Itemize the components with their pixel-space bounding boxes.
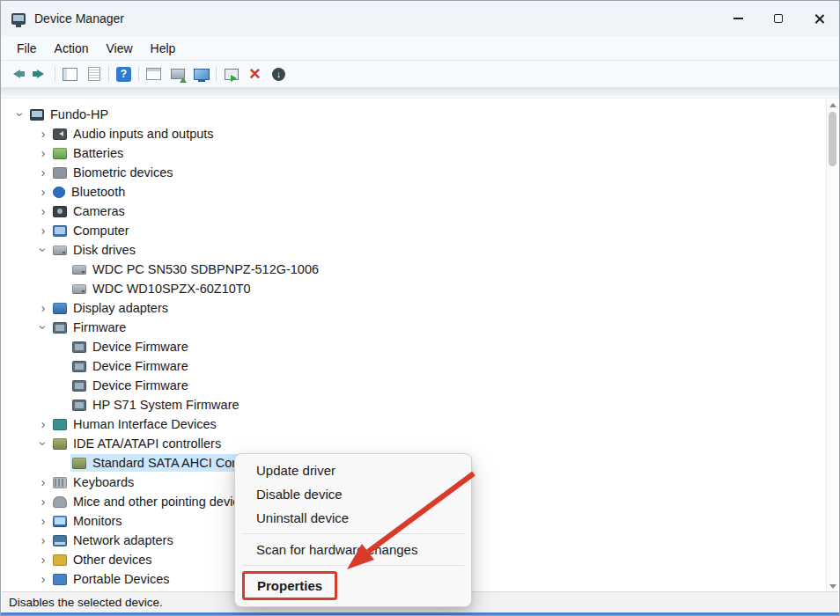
- back-button[interactable]: [4, 63, 28, 84]
- chevron-down-icon[interactable]: ›: [36, 436, 50, 451]
- chevron-right-icon[interactable]: ›: [35, 514, 51, 528]
- menu-item-disable-device[interactable]: Disable device: [235, 482, 471, 506]
- update-driver-button[interactable]: [166, 63, 189, 84]
- chevron-right-icon[interactable]: ›: [35, 204, 51, 218]
- speaker-icon: [53, 128, 67, 140]
- status-text: Disables the selected device.: [9, 596, 163, 609]
- menu-item-label: Scan for hardware changes: [256, 542, 417, 557]
- tree-item-computer[interactable]: ›Computer: [2, 221, 826, 240]
- tree-item-device-firmware[interactable]: Device Firmware: [2, 376, 826, 395]
- tree-item-label: IDE ATA/ATAPI controllers: [73, 436, 221, 451]
- vertical-scrollbar[interactable]: [826, 99, 838, 591]
- tree-item-wdc-wd10spzx-60z10t0[interactable]: WDC WD10SPZX-60Z10T0: [2, 279, 826, 298]
- tree-item-label: Disk drives: [73, 243, 136, 257]
- row-content: Network adapters: [51, 532, 177, 549]
- close-button[interactable]: [799, 1, 839, 36]
- menu-item-label: Uninstall device: [256, 510, 349, 525]
- chevron-down-icon[interactable]: ›: [36, 242, 50, 258]
- tree-item-label: Fundo-HP: [50, 107, 108, 121]
- row-content: Human Interface Devices: [51, 415, 220, 433]
- chevron-right-icon[interactable]: ›: [35, 572, 51, 586]
- help-button[interactable]: [112, 63, 136, 84]
- scroll-up-icon[interactable]: [827, 99, 838, 110]
- tree-item-label: Keyboards: [73, 475, 134, 489]
- disk-drive-icon: [72, 284, 86, 294]
- chevron-right-icon[interactable]: ›: [35, 533, 51, 547]
- tree-item-ide-ata-atapi-controllers[interactable]: ›IDE ATA/ATAPI controllers: [2, 434, 826, 453]
- chevron-right-icon[interactable]: ›: [35, 495, 51, 509]
- menubar-item-help[interactable]: Help: [142, 38, 185, 59]
- chevron-right-icon[interactable]: ›: [35, 185, 51, 199]
- tree-item-human-interface-devices[interactable]: ›Human Interface Devices: [2, 414, 826, 434]
- ide-controller-icon: [53, 438, 67, 450]
- menu-item-properties[interactable]: Properties: [235, 569, 471, 602]
- tree-item-wdc-pc-sn530-sdbpnpz-512g-1006[interactable]: WDC PC SN530 SDBPNPZ-512G-1006: [2, 260, 826, 279]
- firmware-chip-icon: [72, 361, 86, 372]
- chevron-right-icon[interactable]: ›: [35, 127, 51, 141]
- tree-item-batteries[interactable]: ›Batteries: [2, 143, 826, 163]
- scrollbar-thumb[interactable]: [829, 112, 836, 166]
- console-tree-button[interactable]: [58, 63, 82, 84]
- tree-item-device-firmware[interactable]: Device Firmware: [2, 356, 826, 376]
- toolbar-separator: [138, 66, 139, 82]
- scan-hardware-button[interactable]: [219, 63, 243, 84]
- export-list-button[interactable]: [82, 63, 106, 84]
- tree-item-label: Mice and other pointing devices: [73, 495, 253, 509]
- maximize-icon: [774, 14, 783, 23]
- tree-item-bluetooth[interactable]: ›Bluetooth: [2, 182, 826, 202]
- titlebar: Device Manager: [1, 1, 839, 36]
- row-content: Device Firmware: [70, 357, 192, 375]
- toolbar-separator: [216, 66, 217, 82]
- maximize-button[interactable]: [758, 1, 799, 36]
- chevron-right-icon[interactable]: ›: [35, 417, 51, 431]
- row-content: Mice and other pointing devices: [51, 493, 256, 510]
- chevron-down-icon[interactable]: ›: [13, 106, 27, 122]
- minimize-button[interactable]: [718, 1, 758, 36]
- menu-item-scan-for-hardware-changes[interactable]: Scan for hardware changes: [235, 538, 471, 561]
- context-menu: Update driverDisable deviceUninstall dev…: [234, 453, 472, 607]
- chevron-right-icon[interactable]: ›: [35, 553, 51, 567]
- tree-item-label: Display adapters: [73, 301, 168, 315]
- uninstall-button[interactable]: [243, 63, 267, 84]
- menu-item-update-driver[interactable]: Update driver: [235, 458, 471, 482]
- hid-icon: [53, 419, 67, 430]
- tree-item-firmware[interactable]: ›Firmware: [2, 318, 826, 337]
- chevron-right-icon[interactable]: ›: [35, 165, 51, 180]
- forward-button[interactable]: [28, 63, 52, 84]
- chevron-right-icon[interactable]: ›: [35, 475, 51, 489]
- tree-item-disk-drives[interactable]: ›Disk drives: [2, 240, 826, 260]
- computer-device-icon: [53, 225, 67, 237]
- tree-item-label: Computer: [73, 224, 129, 238]
- tree-item-fundo-hp[interactable]: ›Fundo-HP: [2, 105, 826, 124]
- display-adapter-icon: [53, 303, 67, 314]
- tree-item-label: Biometric devices: [73, 165, 173, 180]
- window-bottom-border: [1, 612, 839, 615]
- menubar-item-file[interactable]: File: [8, 38, 46, 59]
- disable-button[interactable]: [267, 63, 291, 84]
- tree-item-label: Other devices: [73, 553, 151, 567]
- tree-item-display-adapters[interactable]: ›Display adapters: [2, 298, 826, 318]
- firmware-chip-icon: [72, 341, 86, 353]
- row-content: Fundo-HP: [28, 106, 112, 123]
- chevron-down-icon[interactable]: ›: [36, 319, 50, 335]
- tree-item-label: Batteries: [73, 146, 123, 160]
- menubar-item-view[interactable]: View: [97, 38, 141, 59]
- menu-item-uninstall-device[interactable]: Uninstall device: [235, 506, 471, 530]
- menubar-item-action[interactable]: Action: [46, 38, 98, 59]
- tree-item-device-firmware[interactable]: Device Firmware: [2, 337, 826, 356]
- scroll-down-icon[interactable]: [827, 581, 838, 591]
- properties-button[interactable]: [142, 63, 166, 84]
- row-content: Device Firmware: [70, 338, 192, 356]
- camera-icon: [53, 206, 67, 217]
- tree-item-biometric-devices[interactable]: ›Biometric devices: [2, 163, 826, 182]
- disk-drive-icon: [53, 246, 67, 255]
- chevron-right-icon[interactable]: ›: [35, 146, 51, 160]
- tree-item-cameras[interactable]: ›Cameras: [2, 202, 826, 221]
- firmware-chip-icon: [72, 400, 86, 411]
- chevron-right-icon[interactable]: ›: [35, 224, 51, 238]
- row-content: WDC WD10SPZX-60Z10T0: [70, 280, 254, 297]
- remote-computer-button[interactable]: [189, 63, 213, 84]
- tree-item-audio-inputs-and-outputs[interactable]: ›Audio inputs and outputs: [2, 124, 826, 143]
- chevron-right-icon[interactable]: ›: [35, 301, 51, 315]
- tree-item-hp-s71-system-firmware[interactable]: HP S71 System Firmware: [2, 395, 826, 414]
